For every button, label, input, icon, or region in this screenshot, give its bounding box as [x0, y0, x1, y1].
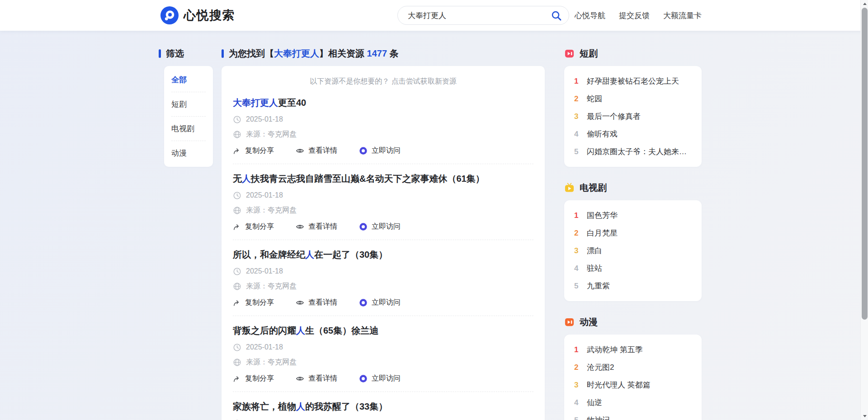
rank-item: 4 偷听有戏 — [574, 125, 692, 143]
rank-number: 5 — [574, 147, 580, 156]
rank-item-title[interactable]: 闪婚京圈太子爷：夫人她来自农村 — [587, 146, 692, 157]
clock-icon — [233, 343, 241, 352]
rank-item-title[interactable]: 蛇园 — [587, 94, 602, 104]
result-title[interactable]: 大奉打更人更至40 — [233, 96, 533, 109]
ranking-section-anime: 动漫 1 武动乾坤 第五季 2 沧元图2 3 时光代理人 英都篇 4 仙逆 — [564, 316, 702, 420]
visit-now-button[interactable]: 立即访问 — [359, 146, 401, 156]
nav-item-navigation[interactable]: 心悦导航 — [575, 10, 605, 21]
result-item: 大奉打更人更至40 2025-01-18 来源：夸克网盘 — [233, 88, 533, 164]
result-source-row: 来源：夸克网盘 — [233, 358, 533, 367]
filter-panel: 筛选 全部 短剧 电视剧 动漫 — [159, 47, 213, 167]
visit-now-label: 立即访问 — [372, 298, 401, 307]
rank-number: 2 — [574, 94, 580, 104]
search-input[interactable] — [408, 11, 547, 20]
rank-item-title[interactable]: 九重紫 — [587, 281, 610, 291]
title-keyword: 人 — [296, 401, 305, 411]
ranking-card: 1 武动乾坤 第五季 2 沧元图2 3 时光代理人 英都篇 4 仙逆 5 牧 — [564, 335, 702, 420]
rank-item-title[interactable]: 国色芳华 — [587, 210, 618, 221]
globe-icon — [233, 358, 241, 367]
rank-item: 4 驻站 — [574, 260, 692, 277]
result-source-row: 来源：夸克网盘 — [233, 282, 533, 291]
title-text: 扶我青云志我自踏雪至山巅&名动天下之家事难休（61集） — [251, 174, 485, 184]
visit-now-button[interactable]: 立即访问 — [359, 298, 401, 307]
result-date-row: 2025-01-18 — [233, 267, 533, 276]
refresh-notice[interactable]: 以下资源不是你想要的？ 点击尝试获取新资源 — [233, 77, 533, 86]
filter-item-tv-series[interactable]: 电视剧 — [171, 116, 206, 141]
rank-item-title[interactable]: 白月梵星 — [587, 228, 618, 238]
ranking-title: 电视剧 — [580, 182, 607, 194]
rank-item-title[interactable]: 好孕甜妻被钻石老公宠上天 — [587, 76, 679, 86]
rank-number: 1 — [574, 345, 580, 354]
rank-item-title[interactable]: 牧神记 — [587, 415, 610, 420]
visit-now-button[interactable]: 立即访问 — [359, 222, 401, 231]
scrollbar-down-button[interactable] — [861, 412, 868, 420]
page-content: 筛选 全部 短剧 电视剧 动漫 为您找到【大奉打更人】相关资源 1477 条 以… — [159, 47, 702, 420]
filter-item-anime[interactable]: 动漫 — [171, 141, 206, 165]
quark-disk-icon — [359, 146, 368, 155]
rank-item-title[interactable]: 沧元图2 — [587, 362, 614, 373]
title-text: 无 — [233, 174, 242, 184]
rank-item-title[interactable]: 偷听有戏 — [587, 129, 618, 139]
globe-icon — [233, 130, 241, 139]
result-title[interactable]: 无人扶我青云志我自踏雪至山巅&名动天下之家事难休（61集） — [233, 172, 533, 185]
copy-share-button[interactable]: 复制分享 — [233, 146, 274, 156]
share-icon — [233, 299, 241, 307]
ranking-section-short-drama: 短剧 1 好孕甜妻被钻石老公宠上天 2 蛇园 3 最后一个修真者 4 偷听有戏 — [564, 47, 702, 167]
chevron-down-icon — [863, 415, 867, 417]
view-detail-button[interactable]: 查看详情 — [296, 146, 337, 156]
ranking-title: 动漫 — [580, 316, 598, 328]
copy-share-button[interactable]: 复制分享 — [233, 374, 274, 383]
rank-item-title[interactable]: 漂白 — [587, 245, 602, 256]
result-title[interactable]: 家族将亡，植物人的我苏醒了（33集） — [233, 400, 533, 413]
heading-middle: 】相关资源 — [319, 48, 367, 58]
chevron-up-icon — [863, 3, 867, 5]
result-title[interactable]: 背叛之后的闪耀人生（65集）徐兰迪 — [233, 324, 533, 337]
rank-item: 1 好孕甜妻被钻石老公宠上天 — [574, 72, 692, 90]
nav-item-feedback[interactable]: 提交反馈 — [619, 10, 650, 21]
rank-item-title[interactable]: 最后一个修真者 — [587, 111, 641, 122]
logo-icon — [160, 6, 179, 24]
copy-share-button[interactable]: 复制分享 — [233, 222, 274, 231]
anime-play-icon — [564, 317, 575, 327]
rank-item: 5 牧神记 — [574, 411, 692, 420]
results-card: 以下资源不是你想要的？ 点击尝试获取新资源 大奉打更人更至40 2025-01-… — [222, 66, 545, 420]
copy-share-button[interactable]: 复制分享 — [233, 298, 274, 307]
accent-bar — [222, 49, 224, 58]
result-source: 来源：夸克网盘 — [246, 206, 297, 215]
heading-count: 1477 — [367, 48, 387, 58]
filter-heading: 筛选 — [159, 47, 213, 60]
rank-item: 2 白月梵星 — [574, 224, 692, 242]
scrollbar-thumb[interactable] — [862, 8, 868, 320]
results-panel: 为您找到【大奉打更人】相关资源 1477 条 以下资源不是你想要的？ 点击尝试获… — [222, 47, 545, 420]
view-detail-button[interactable]: 查看详情 — [296, 298, 337, 307]
result-title[interactable]: 所以，和金牌经纪人在一起了（30集） — [233, 248, 533, 261]
nav-item-data-card[interactable]: 大额流量卡 — [663, 10, 702, 21]
rank-item-title[interactable]: 驻站 — [587, 263, 602, 274]
filter-item-short-drama[interactable]: 短剧 — [171, 92, 206, 116]
title-text: 更至40 — [278, 98, 306, 108]
rank-number: 2 — [574, 363, 580, 372]
heading-suffix: 条 — [387, 48, 399, 58]
rank-item-title[interactable]: 武动乾坤 第五季 — [587, 344, 643, 355]
result-source: 来源：夸克网盘 — [246, 130, 297, 139]
rank-item-title[interactable]: 仙逆 — [587, 397, 602, 408]
globe-icon — [233, 282, 241, 291]
result-date: 2025-01-18 — [246, 191, 283, 200]
share-icon — [233, 223, 241, 231]
scrollbar[interactable] — [860, 0, 868, 420]
rank-item-title[interactable]: 时光代理人 英都篇 — [587, 380, 651, 390]
scrollbar-up-button[interactable] — [861, 0, 868, 8]
view-detail-button[interactable]: 查看详情 — [296, 222, 337, 231]
filter-item-all[interactable]: 全部 — [171, 68, 206, 92]
result-date: 2025-01-18 — [246, 343, 283, 352]
search-bar[interactable] — [397, 6, 569, 25]
eye-icon — [296, 298, 304, 307]
view-detail-button[interactable]: 查看详情 — [296, 374, 337, 383]
search-button[interactable] — [551, 10, 562, 22]
title-text: 在一起了（30集） — [314, 250, 387, 260]
visit-now-button[interactable]: 立即访问 — [359, 374, 401, 383]
site-logo[interactable]: 心悦搜索 — [160, 6, 235, 24]
header-nav: 心悦导航 提交反馈 大额流量卡 — [575, 10, 702, 21]
rank-number: 3 — [574, 246, 580, 255]
result-source: 来源：夸克网盘 — [246, 282, 297, 291]
